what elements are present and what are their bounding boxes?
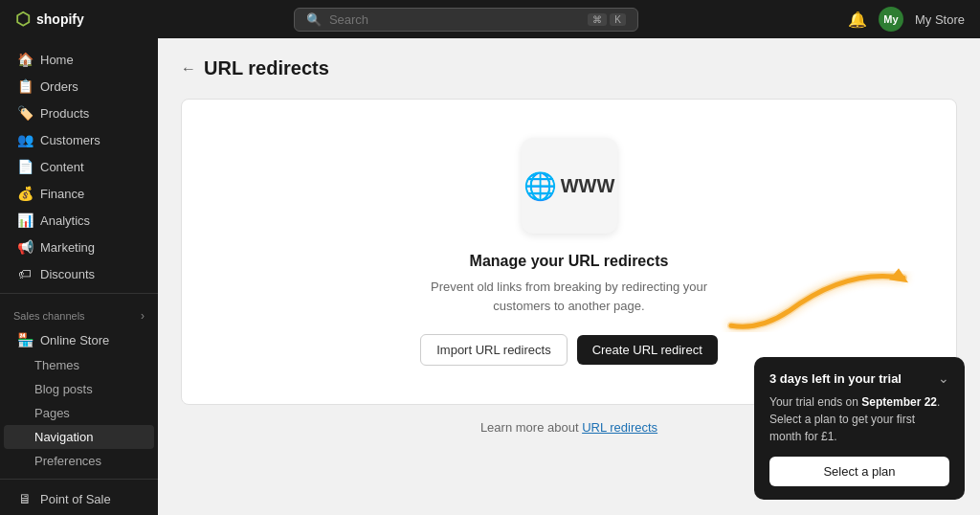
orders-icon: 📋 [17, 78, 33, 94]
sidebar-label-preferences: Preferences [34, 454, 101, 468]
sidebar-item-content[interactable]: 📄 Content [4, 153, 154, 180]
trial-collapse-icon[interactable]: ⌄ [938, 370, 949, 386]
sidebar-item-pages[interactable]: Pages [4, 401, 154, 425]
sidebar-item-themes[interactable]: Themes [4, 353, 154, 377]
www-icon: 🌐 WWW [523, 170, 615, 202]
sales-channels-section: Sales channels › [0, 300, 158, 326]
card-description: Prevent old links from breaking by redir… [416, 278, 723, 315]
analytics-icon: 📊 [17, 213, 33, 228]
layout: 🏠 Home 📋 Orders 🏷️ Products 👥 Customers … [0, 38, 980, 515]
sidebar-item-home[interactable]: 🏠 Home [4, 46, 154, 73]
notification-icon[interactable]: 🔔 [848, 11, 867, 29]
chevron-icon[interactable]: › [141, 309, 145, 323]
sidebar-item-finance[interactable]: 💰 Finance [4, 180, 154, 207]
marketing-icon: 📢 [17, 239, 33, 255]
topbar-left: ⬡ shopify [15, 9, 84, 30]
sidebar-item-customers[interactable]: 👥 Customers [4, 126, 154, 153]
products-icon: 🏷️ [17, 105, 33, 121]
customers-icon: 👥 [17, 132, 33, 147]
sidebar-label-analytics: Analytics [40, 213, 90, 228]
sidebar-item-products[interactable]: 🏷️ Products [4, 100, 154, 126]
page-title: URL redirects [204, 57, 329, 79]
trial-banner: 3 days left in your trial ⌄ Your trial e… [754, 357, 965, 500]
sidebar-divider-2 [0, 479, 158, 480]
create-url-redirect-button[interactable]: Create URL redirect [577, 335, 718, 365]
sidebar-item-marketing[interactable]: 📢 Marketing [4, 234, 154, 260]
trial-banner-header: 3 days left in your trial ⌄ [769, 370, 949, 386]
home-icon: 🏠 [17, 52, 33, 67]
topbar-right: 🔔 My My Store [848, 7, 965, 32]
sidebar-item-online-store[interactable]: 🏪 Online Store [4, 326, 154, 353]
pos-icon: 🖥 [17, 491, 33, 506]
globe-icon: 🌐 [523, 170, 557, 202]
card-actions: Import URL redirects Create URL redirect [420, 334, 718, 366]
kbd-cmd: ⌘ [588, 13, 607, 26]
sidebar-item-point-of-sale[interactable]: 🖥 Point of Sale [4, 485, 154, 512]
sidebar-label-products: Products [40, 106, 89, 121]
finance-icon: 💰 [17, 186, 33, 201]
back-button[interactable]: ← [181, 60, 196, 78]
sidebar: 🏠 Home 📋 Orders 🏷️ Products 👥 Customers … [0, 38, 158, 515]
sidebar-label-home: Home [40, 53, 74, 67]
import-url-redirects-button[interactable]: Import URL redirects [420, 334, 567, 366]
brand-name: shopify [36, 11, 84, 27]
sidebar-item-discounts[interactable]: 🏷 Discounts [4, 260, 154, 287]
sidebar-label-marketing: Marketing [40, 240, 95, 255]
sidebar-label-navigation: Navigation [34, 430, 93, 444]
main-content: ← URL redirects 🌐 WWW Manage your URL re… [158, 38, 980, 515]
sidebar-divider-1 [0, 293, 158, 294]
avatar: My [879, 7, 903, 32]
trial-description: Your trial ends on September 22. Select … [769, 393, 949, 445]
arrow-decoration [712, 258, 923, 348]
page-header: ← URL redirects [181, 57, 957, 79]
search-bar[interactable]: 🔍 ⌘ K [294, 8, 638, 32]
www-icon-container: 🌐 WWW [522, 138, 617, 234]
sidebar-label-discounts: Discounts [40, 267, 95, 281]
sidebar-item-preferences[interactable]: Preferences [4, 449, 154, 473]
sidebar-label-themes: Themes [34, 358, 79, 372]
sidebar-label-content: Content [40, 160, 84, 174]
online-store-icon: 🏪 [17, 332, 33, 347]
sidebar-item-orders[interactable]: 📋 Orders [4, 73, 154, 100]
learn-more-link[interactable]: URL redirects [582, 420, 657, 435]
sidebar-label-customers: Customers [40, 133, 100, 147]
sidebar-label-pages: Pages [34, 406, 70, 420]
store-name: My Store [915, 12, 965, 27]
search-icon: 🔍 [306, 12, 322, 27]
learn-more-prefix: Learn more about [480, 420, 582, 435]
search-kbd: ⌘ K [588, 13, 626, 26]
sidebar-item-analytics[interactable]: 📊 Analytics [4, 207, 154, 234]
www-text: WWW [561, 175, 615, 197]
search-input[interactable] [329, 12, 580, 27]
discounts-icon: 🏷 [17, 266, 33, 281]
card-title: Manage your URL redirects [470, 253, 669, 270]
select-plan-button[interactable]: Select a plan [769, 457, 949, 486]
kbd-k: K [610, 13, 626, 26]
sidebar-label-orders: Orders [40, 79, 78, 94]
sidebar-label-finance: Finance [40, 187, 84, 201]
trial-end-date: September 22 [861, 395, 937, 409]
sidebar-label-blog-posts: Blog posts [34, 382, 93, 396]
sidebar-label-online-store: Online Store [40, 333, 109, 347]
sidebar-item-blog-posts[interactable]: Blog posts [4, 377, 154, 401]
trial-title: 3 days left in your trial [769, 371, 902, 386]
shopify-icon: ⬡ [15, 9, 31, 30]
sidebar-item-navigation[interactable]: Navigation [4, 425, 154, 449]
content-icon: 📄 [17, 159, 33, 174]
sidebar-label-pos: Point of Sale [40, 492, 111, 506]
shopify-logo: ⬡ shopify [15, 9, 84, 30]
topbar: ⬡ shopify 🔍 ⌘ K 🔔 My My Store [0, 0, 980, 38]
